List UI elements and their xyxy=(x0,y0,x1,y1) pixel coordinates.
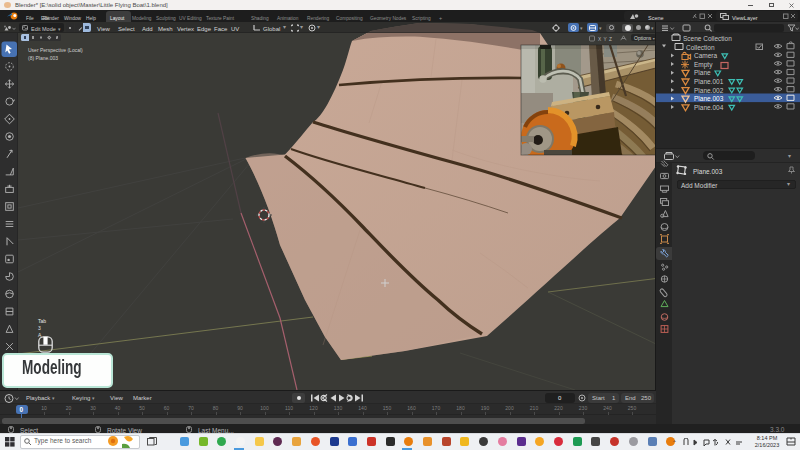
svg-text:Z: Z xyxy=(609,36,612,41)
svg-text:Plane.002: Plane.002 xyxy=(694,87,724,94)
svg-text:X: X xyxy=(598,36,602,41)
svg-text:Empty: Empty xyxy=(694,61,713,69)
svg-text:Plane.001: Plane.001 xyxy=(694,78,724,85)
svg-text:Scene Collection: Scene Collection xyxy=(683,35,732,42)
svg-text:Plane.003: Plane.003 xyxy=(694,95,724,102)
svg-text:Camera: Camera xyxy=(694,52,718,59)
svg-text:Y: Y xyxy=(604,36,608,41)
svg-text:Collection: Collection xyxy=(686,44,715,51)
svg-text:Plane: Plane xyxy=(694,69,711,76)
svg-text:Plane.004: Plane.004 xyxy=(694,104,724,111)
